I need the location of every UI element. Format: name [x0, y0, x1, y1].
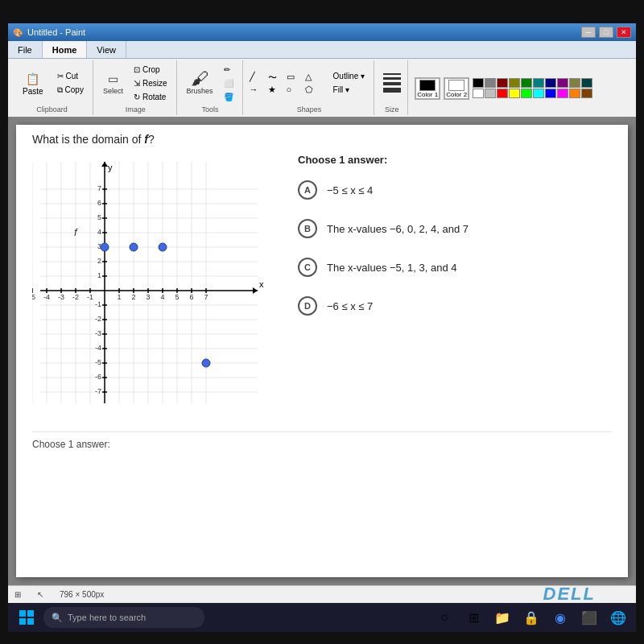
swatch-cyan[interactable]: [533, 89, 544, 98]
answer-option-d[interactable]: D −6 ≤ x ≤ 7: [298, 296, 612, 316]
clipboard-buttons: 📋 Paste ✂ Cut ⧉ Copy: [16, 62, 88, 104]
color-content: Color 1 Color 2: [415, 62, 592, 114]
color2-button[interactable]: Color 2: [444, 77, 469, 100]
swatch-gray[interactable]: [485, 78, 496, 88]
choose-answer-bottom: Choose 1 answer:: [32, 431, 612, 450]
size-4[interactable]: [383, 88, 401, 93]
swatch-magenta[interactable]: [557, 89, 568, 98]
taskbar-search-icon[interactable]: ○: [433, 606, 456, 629]
window-title: Untitled - Paint: [27, 27, 85, 37]
start-button[interactable]: [14, 606, 39, 629]
shape-rect[interactable]: ▭: [287, 72, 304, 84]
taskbar-task-icon[interactable]: ⊞: [462, 606, 485, 629]
answer-option-a[interactable]: A −5 ≤ x ≤ 4: [298, 180, 612, 200]
swatch-darkteal[interactable]: [581, 78, 592, 88]
canvas-area: What is the domain of f? f Choose 1 answ…: [8, 117, 636, 585]
swatch-olive[interactable]: [509, 78, 520, 88]
clipboard-group: 📋 Paste ✂ Cut ⧉ Copy: [11, 60, 93, 115]
answer-text-b: The x-values −6, 0, 2, 4, and 7: [327, 223, 469, 235]
dell-logo: DELL: [0, 584, 612, 605]
fill-button[interactable]: Fill ▾: [329, 84, 369, 96]
shape-line[interactable]: ╱: [250, 72, 267, 84]
answer-option-c[interactable]: C The x-values −5, 1, 3, and 4: [298, 258, 612, 277]
shape-arrow[interactable]: →: [250, 85, 267, 95]
shape-star[interactable]: ★: [268, 85, 286, 95]
taskbar-icons: ○ ⊞ 📁 🔒 ◉ ⬛ 🌐: [433, 606, 630, 629]
shape-circle[interactable]: ○: [287, 85, 304, 95]
crop-icon: ⊡: [134, 65, 140, 74]
taskbar-lock-icon[interactable]: 🔒: [520, 606, 543, 629]
search-placeholder: Type here to search: [68, 613, 146, 622]
resize-button[interactable]: ⇲ Resize: [130, 77, 171, 89]
paint-window: 🎨 Untitled - Paint ─ □ ✕ File Home View: [8, 23, 636, 603]
swatch-navy[interactable]: [545, 78, 556, 88]
answer-circle-b: B: [298, 219, 317, 238]
choose-label-bottom: Choose 1 answer:: [32, 439, 110, 450]
crop-button[interactable]: ⊡ Crop: [130, 64, 171, 76]
swatch-armygreen[interactable]: [569, 78, 580, 88]
swatch-black[interactable]: [473, 78, 484, 88]
swatch-silver[interactable]: [485, 89, 496, 98]
taskbar-explorer-icon[interactable]: 📁: [491, 606, 514, 629]
tools-label: Tools: [202, 104, 219, 114]
outline-fill: Outline ▾ Fill ▾: [329, 70, 369, 96]
search-bar[interactable]: 🔍 Type here to search: [43, 607, 204, 628]
swatch-darkred[interactable]: [497, 78, 508, 88]
tab-view[interactable]: View: [87, 41, 126, 58]
tab-home[interactable]: Home: [43, 41, 88, 58]
select-button[interactable]: ▭ Select: [100, 68, 126, 97]
minimize-button[interactable]: ─: [581, 27, 596, 38]
pencil-button[interactable]: ✏: [220, 64, 237, 76]
swatch-lime[interactable]: [521, 89, 532, 98]
copy-button[interactable]: ⧉ Copy: [53, 84, 88, 97]
color2-label: Color 2: [446, 91, 467, 98]
color1-label: Color 1: [417, 91, 438, 98]
taskbar-chrome-icon[interactable]: ◉: [549, 606, 572, 629]
window-controls: ─ □ ✕: [581, 27, 631, 38]
rotate-label: Rotate: [142, 93, 166, 101]
size-options: [383, 73, 401, 93]
swatch-red[interactable]: [497, 89, 508, 98]
rotate-button[interactable]: ↻ Rotate: [130, 91, 171, 103]
swatch-green[interactable]: [521, 78, 532, 88]
shape-curve[interactable]: 〜: [268, 72, 286, 84]
size-1[interactable]: [383, 73, 401, 75]
size-label: Size: [385, 104, 399, 114]
swatch-blue[interactable]: [545, 89, 556, 98]
pencil-icon: ✏: [224, 65, 230, 74]
cut-label: Cut: [66, 72, 79, 80]
swatch-purple[interactable]: [557, 78, 568, 88]
taskbar-network-icon[interactable]: 🌐: [607, 606, 630, 629]
swatch-yellow[interactable]: [509, 89, 520, 98]
answer-option-b[interactable]: B The x-values −6, 0, 2, 4, and 7: [298, 219, 612, 238]
color-palette: [473, 78, 592, 98]
shape-tri[interactable]: △: [305, 72, 323, 84]
size-3[interactable]: [383, 82, 401, 85]
image-buttons: ▭ Select ⊡ Crop ⇲ Resize: [100, 62, 171, 104]
paste-button[interactable]: 📋 Paste: [16, 68, 50, 99]
swatch-brown[interactable]: [581, 89, 592, 98]
color1-button[interactable]: Color 1: [415, 77, 440, 100]
outline-button[interactable]: Outline ▾: [329, 70, 369, 82]
swatch-orange[interactable]: [569, 89, 580, 98]
svg-rect-2: [19, 618, 26, 625]
copy-icon: ⧉: [57, 85, 63, 95]
shape-pentagon[interactable]: ⬠: [305, 85, 323, 95]
copy-label: Copy: [65, 85, 84, 94]
swatch-teal[interactable]: [533, 78, 544, 88]
search-icon: 🔍: [52, 613, 63, 623]
close-button[interactable]: ✕: [617, 27, 631, 38]
eraser-button[interactable]: ⬜: [220, 77, 237, 89]
brushes-button[interactable]: 🖌 Brushes: [184, 68, 217, 97]
maximize-button[interactable]: □: [599, 27, 613, 38]
brushes-icon: 🖌: [190, 71, 209, 87]
fill-label: Fill: [333, 85, 344, 94]
tab-file[interactable]: File: [8, 41, 43, 58]
size-2[interactable]: [383, 77, 401, 80]
fill-bucket-button[interactable]: 🪣: [220, 91, 237, 103]
crop-label: Crop: [142, 65, 160, 74]
cut-button[interactable]: ✂ Cut: [53, 70, 88, 82]
taskbar-terminal-icon[interactable]: ⬛: [578, 606, 601, 629]
swatch-white[interactable]: [473, 89, 484, 98]
outline-label: Outline: [333, 72, 359, 80]
